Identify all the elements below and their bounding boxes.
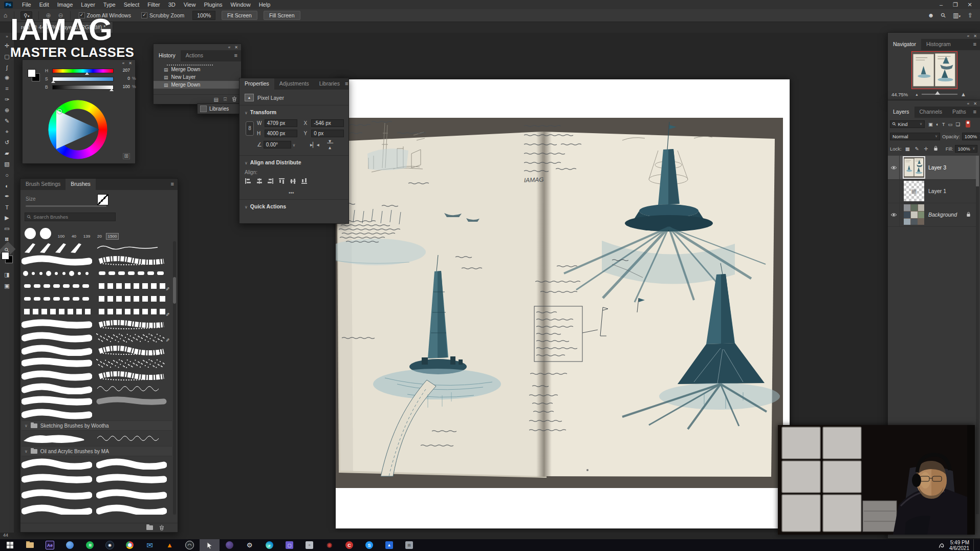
restore-button[interactable]: ❐ [950, 2, 961, 8]
angle-dropdown-icon[interactable]: ∨ [292, 143, 295, 147]
taskbar-vlc[interactable]: ▲ [160, 539, 180, 551]
history-item-partial[interactable] [154, 61, 241, 66]
brushes-scrollbar[interactable] [173, 241, 176, 515]
align-right-icon[interactable] [267, 178, 274, 185]
lock-transparency-icon[interactable]: ▦ [905, 146, 910, 152]
navigator-proxy-view[interactable] [911, 51, 957, 89]
close-icon[interactable]: ✕ [128, 61, 132, 66]
brush-preset[interactable] [21, 344, 96, 356]
clone-stamp-tool[interactable]: ⌖ [0, 126, 14, 137]
account-icon[interactable]: ☻ [928, 12, 934, 19]
lock-position-icon[interactable]: ✛ [924, 146, 928, 152]
close-icon[interactable]: ✕ [973, 101, 977, 106]
layer-row-layer-1[interactable]: ▦Layer 1 [888, 179, 976, 203]
collapse-icon[interactable]: « [122, 61, 124, 66]
layer-name[interactable]: Layer 1 [928, 188, 946, 194]
tab-properties[interactable]: Properties [239, 78, 274, 90]
slider-thumb[interactable] [935, 91, 940, 95]
tab-channels[interactable]: Channels [914, 107, 947, 118]
history-state[interactable]: ▤Merge Down [154, 81, 241, 89]
tab-history[interactable]: History [154, 50, 181, 61]
dodge-tool[interactable]: ◐ [0, 180, 14, 191]
height-field[interactable]: 4000 px [265, 130, 297, 137]
blur-tool[interactable]: ○ [0, 169, 14, 180]
taskbar-spotify[interactable]: ≋ [80, 539, 100, 551]
eraser-tool[interactable]: ▰ [0, 148, 14, 159]
taskbar-start-button[interactable] [0, 539, 20, 551]
brush-preset[interactable] [96, 382, 171, 395]
layer-visibility-empty[interactable] [888, 179, 900, 203]
grid-icon[interactable]: ⊞ [123, 153, 130, 159]
tab-brushes[interactable]: Brushes [66, 179, 96, 190]
align-left-icon[interactable] [245, 178, 251, 185]
path-selection-tool[interactable]: ▶ [0, 213, 14, 223]
angle-field[interactable]: 0.00° [264, 141, 291, 149]
menu-help[interactable]: Help [255, 1, 275, 8]
tab-actions[interactable]: Actions [181, 50, 208, 61]
scrubby-zoom-checkbox[interactable]: ✓ Scrubby Zoom [141, 12, 184, 18]
tab-layers[interactable]: Layers [888, 107, 914, 118]
brush-preset[interactable] [21, 267, 96, 280]
brush-preset[interactable] [21, 331, 96, 344]
brush-preset[interactable] [96, 241, 171, 254]
brush-preset[interactable] [96, 431, 171, 446]
taskbar-clock[interactable]: 5:49 PM 4/6/2021 [949, 540, 969, 551]
delete-state-trash-icon[interactable] [232, 95, 237, 104]
taskbar-obs[interactable]: ◠ [180, 539, 200, 551]
tab-brush-settings[interactable]: Brush Settings [20, 179, 66, 190]
brush-preset[interactable] [96, 369, 171, 382]
hue-marker[interactable] [85, 72, 89, 75]
brush-preset[interactable] [21, 292, 96, 305]
crop-tool[interactable]: ⌗ [0, 83, 14, 94]
search-icon[interactable]: ⚲ [940, 11, 948, 19]
taskbar-photos-app[interactable]: ▲ [379, 539, 399, 551]
brush-preset[interactable] [21, 431, 96, 446]
layer-row-layer-3[interactable]: Layer 3 [888, 156, 976, 180]
menu-window[interactable]: Window [227, 1, 255, 8]
foreground-color-swatch[interactable] [28, 69, 36, 77]
tab-adjustments[interactable]: Adjustments [274, 78, 314, 90]
eyedropper-tool[interactable]: ✑ [0, 94, 14, 105]
layer-row-background[interactable]: Background [888, 203, 976, 227]
brush-preset[interactable] [96, 356, 171, 369]
menu-view[interactable]: View [180, 1, 200, 8]
new-group-folder-icon[interactable] [146, 525, 153, 530]
align-middle-v-icon[interactable] [290, 178, 296, 185]
minimize-button[interactable]: – [936, 2, 946, 8]
lasso-tool[interactable]: ʃ [0, 62, 14, 73]
search-brushes-input[interactable]: ⚲ Search Brushes [25, 213, 116, 221]
gradient-tool[interactable]: ▧ [0, 159, 14, 169]
close-icon[interactable]: ✕ [973, 34, 977, 38]
brush-preset[interactable] [96, 254, 171, 267]
width-field[interactable]: 4709 px [265, 119, 297, 127]
brightness-marker[interactable] [110, 89, 114, 91]
pen-tool[interactable]: ✒ [0, 191, 14, 202]
taskbar-edge[interactable]: e [259, 539, 279, 551]
brightness-slider[interactable] [52, 85, 114, 90]
recent-brush[interactable]: 139 [81, 234, 93, 239]
brush-preset[interactable]: ✎ [96, 305, 171, 318]
taskbar-red-star-app[interactable]: ✺ [319, 539, 339, 551]
adjustment-filter-icon[interactable]: ◐ [936, 121, 939, 127]
kind-filter-select[interactable]: ⚲ Kind ∨ [890, 120, 925, 128]
fit-screen-button[interactable]: Fit Screen [222, 11, 257, 20]
taskbar-pointer-app[interactable] [200, 539, 220, 551]
panel-menu-icon[interactable]: ≡ [234, 50, 241, 61]
brush-preset[interactable] [96, 456, 171, 472]
layer-name[interactable]: Layer 3 [928, 164, 946, 171]
brush-preset[interactable] [96, 502, 171, 515]
recent-brush[interactable]: 40 [68, 234, 80, 239]
panel-menu-icon[interactable]: ≡ [973, 107, 980, 118]
tab-navigator[interactable]: Navigator [888, 39, 921, 50]
menu-edit[interactable]: Edit [35, 1, 53, 8]
tab-histogram[interactable]: Histogram [921, 39, 956, 50]
taskbar-after-effects[interactable]: Ae [40, 539, 60, 551]
screen-mode-button[interactable]: ▣ [0, 281, 14, 291]
quick-actions-section-title[interactable]: Quick Actions [250, 203, 286, 209]
layer-thumbnail[interactable] [904, 204, 924, 225]
canvas-document[interactable]: IAMAG [336, 79, 790, 528]
align-top-icon[interactable] [278, 178, 285, 185]
zoom-in-mountain-icon[interactable]: ▲ [961, 91, 966, 97]
new-document-from-state-icon[interactable]: ▤ [214, 97, 219, 102]
taskbar-purple-square-app[interactable]: ▢ [279, 539, 299, 551]
